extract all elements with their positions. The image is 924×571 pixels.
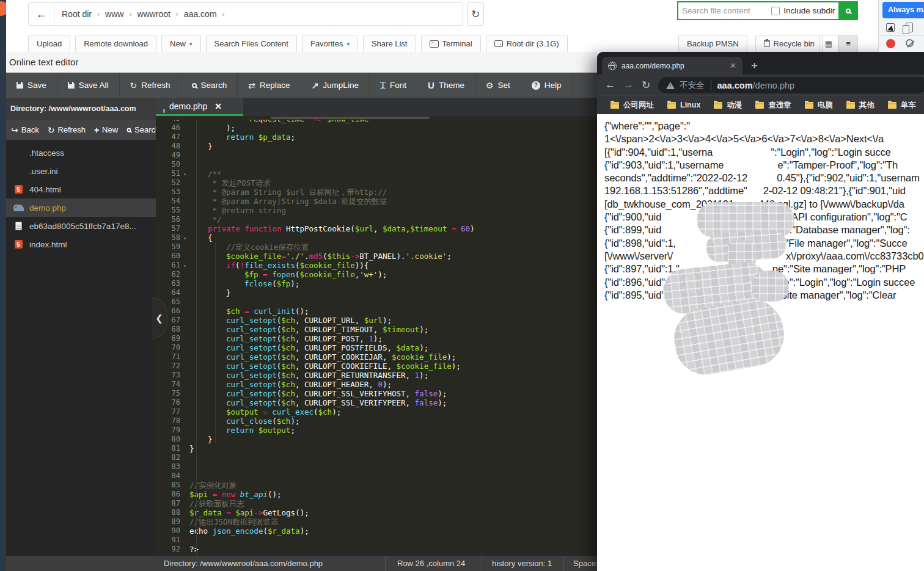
sidebar-back-button[interactable]: ↪Back [11,125,39,135]
file-item-htaccess[interactable]: .htaccess [6,144,156,162]
fold-caret-icon[interactable]: ▾ [183,234,186,243]
php-elephant-icon [13,205,23,211]
bookmark-[interactable]: 电脑 [805,100,833,111]
fold-caret-icon[interactable]: ▾ [183,261,186,271]
code-line: 58▾{ [156,233,598,242]
refresh-path-button[interactable]: ↻ [467,2,484,26]
line-number: 47 [156,133,186,142]
bookmark-[interactable]: 查违章 [755,100,791,111]
line-number: 81 [156,444,186,453]
bookmark-[interactable]: 其他 [846,100,875,111]
editor-status-bar: Directory: /www/wwwroot/aaa.com/demo.php… [6,556,598,571]
save-all-button[interactable]: Save All [57,73,120,98]
folder-icon [805,102,813,109]
code-line: 60$cookie_file='./'.md5($this->BT_PANEL)… [156,252,598,261]
record-icon[interactable] [886,39,895,48]
share-list-button[interactable]: Share List [363,35,416,53]
upload-button[interactable]: Upload [28,35,70,53]
new-tab-button[interactable]: + [751,57,758,75]
file-item-eb63ad8005c51ffcb7a17e8[interactable]: eb63ad8005c51ffcb7a17e8... [6,217,156,235]
code-line: 59//定义cookie保存位置 [156,242,598,252]
inspect-element-icon[interactable] [886,23,895,32]
list-view-icon[interactable]: ≡ [838,35,858,53]
line-number: 88 [156,508,186,517]
fold-caret-icon[interactable]: ▾ [183,170,186,179]
new-button[interactable]: New▾ [161,35,201,53]
bookmark-[interactable]: 公司网址 [610,100,654,111]
code-editor[interactable]: 45'request_time' => $now_time46);47retur… [156,120,598,556]
remote-download-button[interactable]: Remote download [75,35,156,53]
root-dir-3-1g-button[interactable]: Root dir (3.1G) [486,35,568,53]
tab-demo-php[interactable]: demo.php ✕ [156,98,243,116]
breadcrumb-items[interactable]: Root dir›www›wwwroot›aaa.com› [54,9,225,19]
backup-pmsn-button[interactable]: Backup PMSN [678,35,747,53]
code-line: 50 [156,160,598,169]
sidebar-new-button[interactable]: +New [94,125,118,135]
breadcrumb-item-wwwroot[interactable]: wwwroot [137,9,170,19]
code-line: 87//获取面板日志 [156,499,598,508]
browser-window: aaa.com/demo.php ✕ + ← → ↻ 不安全 aaa.com /… [597,52,924,571]
file-item-index-html[interactable]: 5index.html [6,235,156,253]
line-number: 64 [156,288,186,297]
bookmark-[interactable]: 动漫 [714,100,742,111]
clear-icon[interactable] [906,39,914,47]
file-item-user-ini[interactable]: .user.ini [6,162,156,180]
browser-tab[interactable]: aaa.com/demo.php ✕ [602,57,743,75]
theme-button[interactable]: UTheme [417,73,475,98]
jumpline-button[interactable]: ↗JumpLine [301,73,370,98]
search-files-content-button[interactable]: Search Files Content [206,35,297,53]
grid-view-icon[interactable]: ▦ [819,35,838,53]
line-number: 57 [156,224,186,233]
editor-sidebar: Directory: /www/wwwroot/aaa.com ↪Back↻Re… [6,98,156,556]
breadcrumb-item-www[interactable]: www [105,9,123,19]
help-icon: ? [532,81,540,90]
jump-icon: ↗ [312,81,319,90]
line-number: 54 [156,197,186,206]
always-match-button[interactable]: Always mat [882,2,924,18]
help-button[interactable]: ?Help [521,73,573,98]
recycle-bin-button[interactable]: Recycle bin [755,35,823,53]
log-line: 1<\/span>2<\/a>3<\/a>4<\/a>5<\/a>6<\/a>7… [604,133,924,145]
replace-icon: ⇄ [248,81,255,90]
sidebar-search-button[interactable]: Search [127,125,160,134]
close-tab-icon[interactable]: ✕ [730,61,736,70]
font-button[interactable]: TFont [370,73,417,98]
privacy-blur [751,271,789,302]
code-line: 77$output = curl_exec($ch); [156,407,598,416]
terminal-button[interactable]: Terminal [421,35,481,53]
breadcrumb-item-aaa-com[interactable]: aaa.com [184,9,217,19]
scrollbar-thumb[interactable] [271,117,430,119]
reload-icon[interactable]: ↻ [642,79,650,92]
line-number: 56 [156,215,186,224]
bookmark-[interactable]: 单车 [888,100,916,111]
address-bar[interactable]: 不安全 aaa.com /demo.php [658,77,924,93]
editor-tabbar: demo.php ✕ [156,98,598,116]
code-line: 47return $p_data; [156,133,598,142]
status-space: Space: [573,556,598,571]
editor-toolbar: SaveSave All↻RefreshSearch⇄Replace↗JumpL… [6,73,598,98]
refresh-icon: ↻ [130,81,138,90]
not-secure-icon [666,82,675,89]
favorites-button[interactable]: Favorites▾ [302,35,358,53]
refresh-button[interactable]: ↻Refresh [120,73,182,98]
back-arrow-icon[interactable]: ← [29,3,54,25]
forward-icon[interactable]: → [623,79,634,91]
device-toolbar-icon[interactable] [906,23,913,32]
set-button[interactable]: ⚙Set [475,73,521,98]
file-item-demo-php[interactable]: demo.php [6,198,156,217]
log-line: {"where":"","page":" [604,120,924,133]
replace-button[interactable]: ⇄Replace [238,73,301,98]
bookmark-linux[interactable]: Linux [667,101,700,109]
breadcrumb-item-root-dir[interactable]: Root dir [62,9,92,19]
search-button[interactable] [838,1,858,20]
back-icon[interactable]: ← [605,79,615,91]
file-item-404-html[interactable]: 5404.html [6,180,156,198]
refresh-icon: ↻ [48,125,55,135]
save-button[interactable]: Save [6,73,57,98]
sidebar-refresh-button[interactable]: ↻Refresh [48,125,86,135]
search-input[interactable] [678,6,771,15]
include-subdir-checkbox[interactable] [771,7,780,15]
search-button[interactable]: Search [182,73,238,98]
html5-icon: 5 [13,185,23,194]
close-tab-icon[interactable]: ✕ [215,101,222,111]
